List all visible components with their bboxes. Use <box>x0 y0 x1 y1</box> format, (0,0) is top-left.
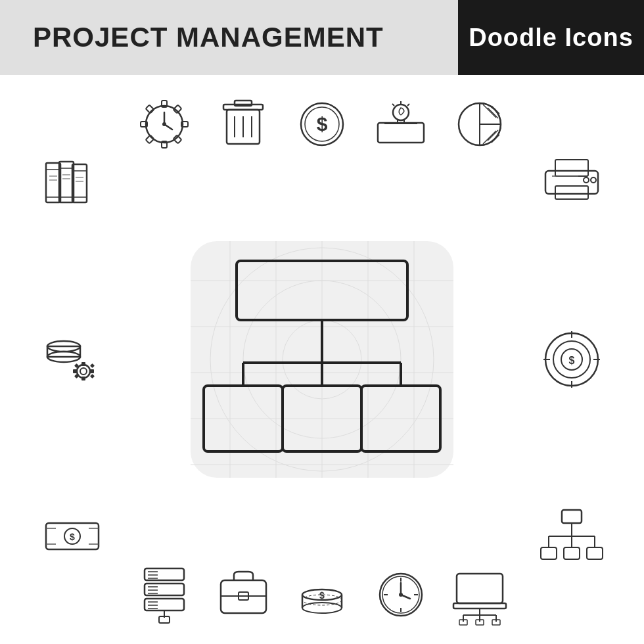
svg-rect-159 <box>587 547 603 559</box>
printer-icon <box>539 150 605 216</box>
network-icon <box>539 503 605 569</box>
bottom-icons-row: $ <box>125 552 519 631</box>
svg-text:$: $ <box>70 532 75 542</box>
laptop-network-icon <box>450 565 509 624</box>
svg-rect-27 <box>90 374 95 379</box>
svg-rect-22 <box>73 369 77 373</box>
center-area: $ <box>125 88 519 631</box>
header: PROJECT MANAGEMENT Doodle Icons <box>0 0 644 75</box>
svg-point-46 <box>162 122 166 126</box>
svg-rect-158 <box>564 547 580 559</box>
svg-point-112 <box>302 603 342 613</box>
svg-rect-48 <box>235 101 252 106</box>
svg-rect-20 <box>81 362 85 366</box>
svg-line-63 <box>407 104 409 106</box>
org-chart-wrapper <box>125 167 519 552</box>
svg-rect-0 <box>46 163 60 202</box>
svg-line-66 <box>488 108 498 118</box>
svg-point-58 <box>393 104 409 120</box>
svg-point-18 <box>77 365 90 378</box>
top-icons-row: $ <box>125 88 519 167</box>
svg-rect-42 <box>146 135 154 144</box>
brand-name: Doodle Icons <box>469 24 633 52</box>
page-container: PROJECT MANAGEMENT Doodle Icons <box>0 0 644 644</box>
dollar-coin-3d-icon: $ <box>292 565 352 624</box>
server-icon <box>135 565 194 624</box>
trash-icon <box>214 95 273 154</box>
database-settings-icon <box>39 327 105 392</box>
svg-rect-25 <box>90 363 95 368</box>
svg-point-141 <box>591 177 596 183</box>
right-column: $ <box>519 88 624 631</box>
svg-rect-41 <box>173 105 182 114</box>
dollar-coin-icon: $ <box>292 95 352 154</box>
svg-point-19 <box>80 368 87 375</box>
page-title: PROJECT MANAGEMENT <box>33 22 384 53</box>
header-title-section: PROJECT MANAGEMENT <box>0 0 458 75</box>
left-column: $ <box>20 88 125 631</box>
dollar-bill-icon: $ <box>39 503 105 569</box>
briefcase-icon <box>214 565 273 624</box>
svg-rect-128 <box>453 603 506 609</box>
svg-rect-21 <box>81 377 85 380</box>
svg-rect-137 <box>555 160 588 176</box>
header-brand-section: Doodle Icons <box>458 0 644 75</box>
clock-icon <box>371 565 430 624</box>
gear-clock-icon <box>135 95 194 154</box>
laptop-idea-icon <box>371 95 430 154</box>
svg-text:$: $ <box>317 113 328 135</box>
svg-text:$: $ <box>319 590 325 601</box>
org-chart-icon <box>184 235 460 484</box>
svg-point-126 <box>399 593 403 597</box>
svg-text:$: $ <box>569 355 575 366</box>
svg-rect-127 <box>457 574 503 603</box>
main-content: $ <box>0 75 644 644</box>
svg-line-69 <box>488 130 498 141</box>
svg-rect-40 <box>146 105 154 114</box>
svg-rect-23 <box>90 369 94 373</box>
svg-rect-151 <box>562 510 582 523</box>
svg-point-140 <box>584 177 589 183</box>
books-icon <box>39 150 105 216</box>
dollar-target-icon: $ <box>539 327 605 392</box>
svg-rect-139 <box>555 186 588 199</box>
svg-rect-138 <box>545 171 598 194</box>
pie-chart-icon <box>450 95 509 154</box>
svg-rect-43 <box>173 135 182 144</box>
svg-rect-56 <box>378 123 424 143</box>
svg-line-64 <box>392 104 394 106</box>
svg-rect-157 <box>541 547 557 559</box>
